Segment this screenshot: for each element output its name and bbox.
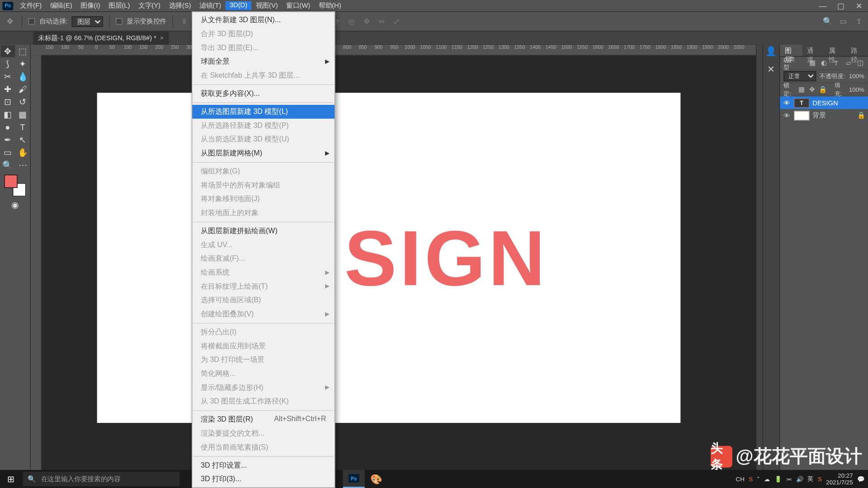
menu-item: 为 3D 打印统一场景 bbox=[192, 353, 335, 367]
close-tab-icon[interactable]: × bbox=[160, 34, 164, 42]
minimize-button[interactable]: — bbox=[814, 0, 832, 11]
edit-toolbar[interactable]: ⋯ bbox=[15, 159, 30, 171]
auto-select-dropdown[interactable]: 图层 bbox=[72, 16, 103, 27]
quickmask-tool[interactable]: ◉ bbox=[8, 199, 22, 211]
document-tab-title: 未标题-1 @ 66.7% (DESIGN, RGB/8#) * bbox=[38, 33, 156, 42]
color-swatches[interactable] bbox=[4, 175, 26, 197]
auto-select-checkbox[interactable] bbox=[28, 18, 35, 25]
tray-volume-icon[interactable]: 🔊 bbox=[796, 476, 803, 483]
menu-帮助[interactable]: 帮助(H) bbox=[315, 1, 345, 10]
filter-image-icon[interactable]: ▦ bbox=[808, 59, 816, 67]
taskbar-search[interactable]: 🔍 在这里输入你要搜索的内容 bbox=[23, 472, 180, 486]
crop-tool[interactable]: ✂ bbox=[0, 70, 15, 83]
ime-indicator[interactable]: CH bbox=[736, 476, 745, 483]
filter-shape-icon[interactable]: ▱ bbox=[844, 59, 853, 67]
menu-文字[interactable]: 文字(Y) bbox=[134, 1, 165, 10]
filter-type-icon[interactable]: T bbox=[832, 59, 840, 67]
stamp-tool[interactable]: ⊡ bbox=[0, 96, 15, 108]
marquee-tool[interactable]: ⬚ bbox=[15, 45, 30, 57]
3d-menu-dropdown[interactable]: 从文件新建 3D 图层(N)...合并 3D 图层(D)导出 3D 图层(E).… bbox=[192, 11, 335, 488]
canvas-area: 1501005005010015020025030035040045050055… bbox=[31, 45, 763, 471]
menu-滤镜[interactable]: 滤镜(T) bbox=[195, 1, 226, 10]
move-tool[interactable]: ✥ bbox=[0, 45, 15, 57]
app-icon[interactable]: 🎨 bbox=[365, 470, 387, 488]
menu-item: 在 Sketchfab 上共享 3D 图层... bbox=[192, 69, 335, 83]
gradient-tool[interactable]: ▦ bbox=[15, 108, 30, 121]
heal-tool[interactable]: ✚ bbox=[0, 83, 15, 95]
visibility-icon[interactable]: 👁 bbox=[783, 99, 791, 106]
panel-adjust-icon[interactable]: ✕ bbox=[767, 64, 775, 75]
tray-icon[interactable]: S bbox=[749, 476, 753, 483]
blend-mode-select[interactable]: 正常 bbox=[783, 71, 816, 81]
history-brush-tool[interactable]: ↺ bbox=[15, 96, 30, 108]
menu-图层[interactable]: 图层(L) bbox=[104, 1, 134, 10]
menu-编辑[interactable]: 编辑(E) bbox=[46, 1, 76, 10]
brush-tool[interactable]: 🖌 bbox=[15, 83, 30, 95]
menu-item: 生成 UV... bbox=[192, 238, 335, 252]
share-icon[interactable]: ⇪ bbox=[854, 16, 864, 27]
filter-smart-icon[interactable]: ◫ bbox=[856, 59, 864, 67]
zoom-tool[interactable]: 🔍 bbox=[0, 159, 15, 171]
lock-icon: 🔒 bbox=[857, 112, 866, 119]
lasso-tool[interactable]: ⟆ bbox=[0, 58, 15, 70]
lock-all-icon[interactable]: 🔒 bbox=[819, 85, 827, 94]
align-icon[interactable]: ⫴ bbox=[179, 16, 190, 27]
eyedropper-tool[interactable]: 💧 bbox=[15, 70, 30, 83]
visibility-icon[interactable]: 👁 bbox=[783, 112, 791, 119]
panel-tab-属性[interactable]: 属性 bbox=[824, 45, 846, 56]
menu-选择[interactable]: 选择(S) bbox=[165, 1, 195, 10]
menu-3D[interactable]: 3D(D) bbox=[226, 1, 252, 10]
tray-network-icon[interactable]: ⫘ bbox=[786, 476, 792, 483]
panel-tab-通道[interactable]: 通道 bbox=[802, 45, 824, 56]
menu-视图[interactable]: 视图(V) bbox=[251, 1, 282, 10]
menu-文件[interactable]: 文件(F) bbox=[16, 1, 46, 10]
tray-cloud-icon[interactable]: ☁ bbox=[764, 476, 770, 483]
show-transform-checkbox[interactable] bbox=[116, 18, 123, 25]
menu-item[interactable]: 从图层新建网格(M)▶ bbox=[192, 146, 335, 160]
foreground-color[interactable] bbox=[4, 175, 17, 188]
filter-adjust-icon[interactable]: ◐ bbox=[820, 59, 829, 67]
tray-power-icon[interactable]: 🔋 bbox=[774, 476, 782, 483]
menu-图像[interactable]: 图像(I) bbox=[76, 1, 104, 10]
layer-row[interactable]: 👁TDESIGN bbox=[780, 96, 868, 109]
pen-tool[interactable]: ✒ bbox=[0, 134, 15, 146]
blur-tool[interactable]: ● bbox=[0, 121, 15, 133]
close-button[interactable]: ✕ bbox=[850, 0, 868, 11]
restore-button[interactable]: ▢ bbox=[832, 0, 850, 11]
opacity-value[interactable]: 100% bbox=[849, 73, 864, 80]
eraser-tool[interactable]: ◧ bbox=[0, 108, 15, 121]
tray-chevron-icon[interactable]: ˄ bbox=[757, 476, 760, 483]
canvas[interactable]: DESIGN bbox=[97, 93, 681, 423]
menu-item[interactable]: 从所选图层新建 3D 模型(L) bbox=[192, 105, 335, 119]
fill-value[interactable]: 100% bbox=[849, 86, 864, 93]
layer-row[interactable]: 👁背景🔒 bbox=[780, 109, 868, 122]
workspace-icon[interactable]: ▭ bbox=[838, 16, 849, 27]
ime-lang[interactable]: 英 bbox=[807, 475, 813, 483]
shape-tool[interactable]: ▭ bbox=[0, 146, 15, 159]
panel-collapse-strip[interactable] bbox=[756, 45, 763, 471]
lock-pixels-icon[interactable]: ▦ bbox=[798, 85, 805, 94]
panel-tab-路径[interactable]: 路径 bbox=[846, 45, 868, 56]
photoshop-icon[interactable]: Ps bbox=[343, 470, 365, 488]
tray-icon[interactable]: S bbox=[818, 476, 822, 483]
show-transform-label: 显示变换控件 bbox=[127, 17, 166, 26]
menu-item[interactable]: 渲染 3D 图层(R)Alt+Shift+Ctrl+R bbox=[192, 413, 335, 427]
type-tool[interactable]: T bbox=[15, 121, 30, 133]
lock-position-icon[interactable]: ✥ bbox=[808, 85, 815, 94]
menu-item[interactable]: 3D 打印(3)... bbox=[192, 472, 335, 486]
start-button[interactable]: ⊞ bbox=[0, 470, 22, 488]
document-tab[interactable]: 未标题-1 @ 66.7% (DESIGN, RGB/8#) * × bbox=[33, 31, 169, 44]
menu-item[interactable]: 3D 打印设置... bbox=[192, 459, 335, 473]
menu-item[interactable]: 从文件新建 3D 图层(N)... bbox=[192, 13, 335, 27]
menu-item[interactable]: 获取更多内容(X)... bbox=[192, 87, 335, 101]
path-tool[interactable]: ↖ bbox=[15, 134, 30, 146]
hand-tool[interactable]: ✋ bbox=[15, 146, 30, 159]
clock[interactable]: 20:27 2021/7/25 bbox=[826, 472, 853, 485]
panel-user-icon[interactable]: 👤 bbox=[765, 46, 777, 56]
search-icon[interactable]: 🔍 bbox=[822, 16, 833, 27]
menu-item[interactable]: 球面全景▶ bbox=[192, 55, 335, 69]
wand-tool[interactable]: ✦ bbox=[15, 58, 30, 70]
notifications-icon[interactable]: 💬 bbox=[857, 476, 864, 483]
menu-item[interactable]: 从图层新建拼贴绘画(W) bbox=[192, 224, 335, 238]
menu-窗口[interactable]: 窗口(W) bbox=[282, 1, 315, 10]
